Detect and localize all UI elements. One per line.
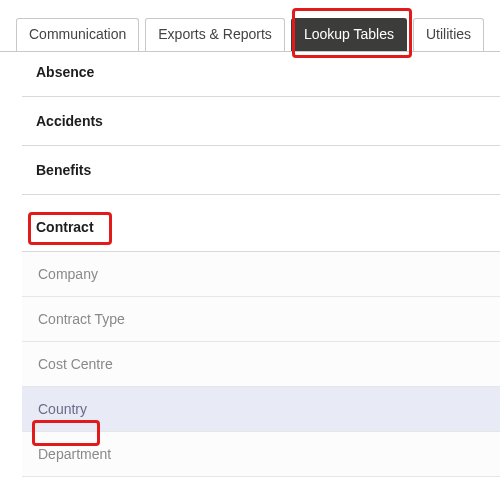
item-country[interactable]: Country — [22, 387, 500, 432]
tab-bar: Communication Exports & Reports Lookup T… — [0, 0, 500, 52]
tab-lookup-tables[interactable]: Lookup Tables — [291, 18, 407, 51]
lookup-categories: Absence Accidents Benefits Contract Comp… — [0, 52, 500, 477]
item-department[interactable]: Department — [22, 432, 500, 477]
item-cost-centre[interactable]: Cost Centre — [22, 342, 500, 387]
tab-exports-reports[interactable]: Exports & Reports — [145, 18, 285, 51]
item-contract-type[interactable]: Contract Type — [22, 297, 500, 342]
section-contract[interactable]: Contract — [22, 203, 500, 252]
item-company[interactable]: Company — [22, 252, 500, 297]
section-benefits[interactable]: Benefits — [22, 146, 500, 195]
tab-utilities[interactable]: Utilities — [413, 18, 484, 51]
section-accidents[interactable]: Accidents — [22, 97, 500, 146]
section-absence[interactable]: Absence — [22, 54, 500, 97]
tab-communication[interactable]: Communication — [16, 18, 139, 51]
